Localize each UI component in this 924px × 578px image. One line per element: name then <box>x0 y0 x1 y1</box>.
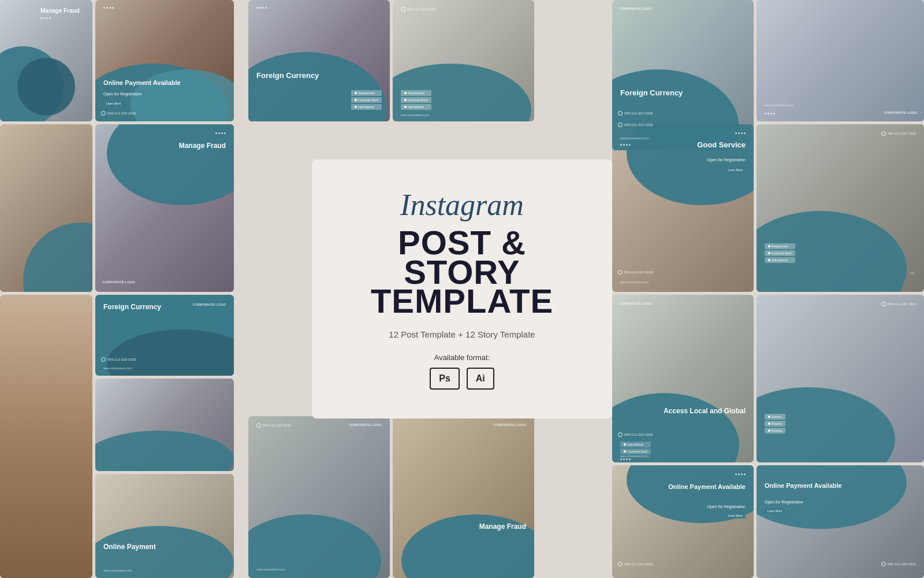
open-reg-mr1: Open for Registration <box>707 158 746 162</box>
access-local-label: Access Local and Global <box>664 407 746 416</box>
open-registration-text: Open for Registration <box>103 92 142 96</box>
manage-fraud-mid-label: Manage Fraud <box>179 142 226 151</box>
card-access-local: Access Local and Global CORPORATE LOGO 0… <box>612 295 754 462</box>
phone-br1: 000-111-222-3333 <box>618 432 653 437</box>
phone-ll2: 000-111-222-3333 <box>101 357 136 362</box>
card-manage-fraud-mid: Manage Fraud CORPORATE LOGO <box>95 124 234 292</box>
url-br1: www.corporateurl.com <box>620 454 649 458</box>
format-label: Available format: <box>434 353 490 362</box>
logo-bm1: CORPORATE LOGO <box>349 423 382 427</box>
learn-more-btn[interactable]: Learn More <box>103 101 124 106</box>
phone-brr1: 000-111-222-3333 <box>618 562 653 566</box>
title-template: TEMPLATE <box>371 284 553 318</box>
logo-tr1: CORPORATE LOGO <box>619 7 652 10</box>
phone-bm1: 000-111-222-3333 <box>256 423 291 428</box>
logo-ll2: CORPORATE LOGO <box>193 303 226 306</box>
card-manage-fraud-bm2: Manage Fraud CORPORATE LOGO <box>393 416 534 578</box>
learn-more-brr2[interactable]: Learn More <box>765 508 785 514</box>
logo-br1: CORPORATE LOGO <box>619 302 652 305</box>
online-payment-brr1-label: Online Payment Available <box>668 483 746 491</box>
logo-ml2: CORPORATE LOGO <box>102 280 135 284</box>
open-reg-brr2: Open for Registration <box>765 500 803 504</box>
card-foreign-currency-ll: Foreign Currency CORPORATE LOGO www.corp… <box>95 295 234 376</box>
label-lo: Lo... <box>910 271 916 275</box>
foreign-currency-label-top: Foreign Currency <box>256 71 319 81</box>
format-badges: Ps Ai <box>430 368 494 390</box>
title-instagram: Instagram <box>400 188 524 221</box>
logo-bm2: CORPORATE LOGO <box>493 423 526 427</box>
card-blackman-mr: 000-111-222-3333 Requirement Corporate B… <box>757 124 924 292</box>
logo-tr2: CORPORATE LOGO <box>884 111 917 114</box>
ai-badge: Ai <box>467 368 494 390</box>
url-ll4: www.corporateurl.com <box>103 569 132 572</box>
phone-tl4: 000-111-222-3333 <box>401 7 435 12</box>
learn-more-mr1[interactable]: Learn More <box>725 167 746 173</box>
url-tr1: www.corporateurl.com <box>620 136 649 140</box>
phone-brr2: 000-111-222-3333 <box>881 562 916 566</box>
url-tl4: www.corporateurl.com <box>401 113 429 117</box>
card-keyboard-bm1: 000-111-222-3333 CORPORATE LOGO www.corp… <box>248 416 390 578</box>
subtitle-text: 12 Post Template + 12 Story Template <box>389 329 535 339</box>
card-photo-ml1 <box>0 124 92 292</box>
phone-tr1b: 000-111-222-3333 <box>618 123 653 127</box>
card-office-photo-ll <box>95 379 234 471</box>
main-panel: Instagram POST & STORY TEMPLATE 12 Post … <box>312 160 612 418</box>
url-ll2: www.corporateurl.com <box>103 366 132 370</box>
phone-br2: 000-111-222-3333 <box>881 302 916 306</box>
card-photo-tr2: CORPORATE LOGO www.corporateurl.com <box>757 0 924 121</box>
manage-fraud-label: Manage Fraud <box>40 7 80 14</box>
phone-mr1: 000-111-222-3333 <box>618 270 653 275</box>
url-bm1: www.corporateurl.com <box>256 568 285 571</box>
phone-mr2: 000-111-222-3333 <box>881 131 916 136</box>
online-payment-ll-label: Online Payment <box>103 543 156 552</box>
card-online-payment-tl: Online Payment Available Open for Regist… <box>95 0 234 121</box>
url-mr1: www.corporateurl.com <box>620 280 649 284</box>
card-photo-tl4: Requirement Corporate Bank International… <box>393 0 534 121</box>
foreign-currency-ll-label: Foreign Currency <box>103 303 161 312</box>
open-reg-brr1: Open for Registration <box>707 505 746 509</box>
card-online-payment-brr1: Online Payment Available Open for Regist… <box>612 465 754 578</box>
card-photo-ll1 <box>0 295 92 578</box>
card-manage-fraud-topleft: Manage Fraud <box>0 0 92 121</box>
foreign-currency-label-tr: Foreign Currency <box>620 88 683 98</box>
manage-fraud-bm2-label: Manage Fraud <box>479 523 526 532</box>
card-photo-br2: 000-111-222-3333 Service Finance Banking <box>757 295 924 462</box>
good-service-label: Good Service <box>697 140 746 150</box>
ps-badge: Ps <box>430 368 460 390</box>
online-payment-available-label: Online Payment Available <box>103 79 181 87</box>
learn-more-brr1[interactable]: Learn More <box>725 513 746 518</box>
online-payment-brr2-label: Online Payment Available <box>765 481 842 490</box>
phone-tr1: 000-111-222-3333 <box>618 111 653 116</box>
phone-number: 000-111-222-3333 <box>101 111 136 116</box>
card-foreign-currency-top: Foreign Currency Requirement Corporate B… <box>248 0 390 121</box>
card-online-payment-brr2: Online Payment Available Open for Regist… <box>757 465 924 578</box>
card-online-payment-ll: Online Payment www.corporateurl.com <box>95 474 234 578</box>
url-tr2: www.corporateurl.com <box>765 103 793 107</box>
card-good-service: Good Service Open for Registration Learn… <box>612 124 754 292</box>
